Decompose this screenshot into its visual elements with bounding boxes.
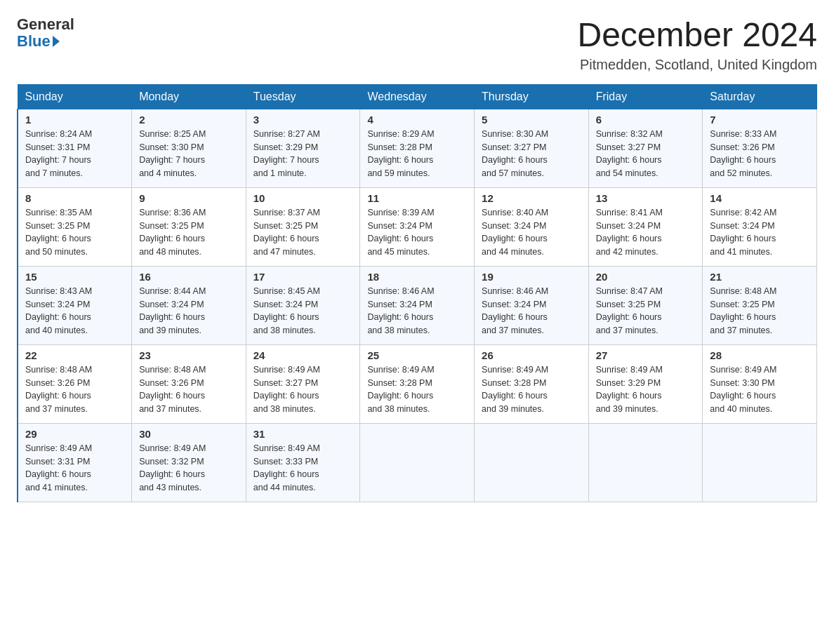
- day-cell: [360, 423, 475, 502]
- header-saturday: Saturday: [703, 84, 817, 109]
- day-number: 15: [25, 271, 124, 283]
- day-number: 19: [482, 271, 581, 283]
- day-cell: 31Sunrise: 8:49 AM Sunset: 3:33 PM Dayli…: [246, 423, 360, 502]
- location: Pitmedden, Scotland, United Kingdom: [577, 57, 817, 73]
- week-row-3: 15Sunrise: 8:43 AM Sunset: 3:24 PM Dayli…: [18, 266, 817, 344]
- month-title: December 2024: [577, 17, 817, 54]
- day-cell: 12Sunrise: 8:40 AM Sunset: 3:24 PM Dayli…: [475, 187, 589, 266]
- day-info: Sunrise: 8:42 AM Sunset: 3:24 PM Dayligh…: [710, 206, 809, 259]
- day-number: 3: [253, 114, 353, 126]
- day-info: Sunrise: 8:48 AM Sunset: 3:26 PM Dayligh…: [25, 363, 124, 416]
- day-info: Sunrise: 8:49 AM Sunset: 3:33 PM Dayligh…: [253, 442, 353, 495]
- day-cell: 23Sunrise: 8:48 AM Sunset: 3:26 PM Dayli…: [132, 344, 246, 423]
- day-cell: 28Sunrise: 8:49 AM Sunset: 3:30 PM Dayli…: [703, 344, 817, 423]
- day-number: 5: [482, 114, 581, 126]
- day-number: 21: [710, 271, 809, 283]
- day-cell: 29Sunrise: 8:49 AM Sunset: 3:31 PM Dayli…: [18, 423, 132, 502]
- day-info: Sunrise: 8:30 AM Sunset: 3:27 PM Dayligh…: [482, 128, 581, 180]
- day-info: Sunrise: 8:24 AM Sunset: 3:31 PM Dayligh…: [25, 128, 124, 180]
- day-info: Sunrise: 8:49 AM Sunset: 3:28 PM Dayligh…: [367, 363, 467, 416]
- logo-general-text: General: [17, 17, 74, 32]
- day-cell: 7Sunrise: 8:33 AM Sunset: 3:26 PM Daylig…: [703, 109, 817, 187]
- day-info: Sunrise: 8:44 AM Sunset: 3:24 PM Dayligh…: [139, 285, 239, 337]
- day-cell: 2Sunrise: 8:25 AM Sunset: 3:30 PM Daylig…: [132, 109, 246, 187]
- day-cell: 21Sunrise: 8:48 AM Sunset: 3:25 PM Dayli…: [703, 266, 817, 344]
- calendar-table: SundayMondayTuesdayWednesdayThursdayFrid…: [17, 84, 817, 502]
- day-cell: 14Sunrise: 8:42 AM Sunset: 3:24 PM Dayli…: [703, 187, 817, 266]
- day-cell: 13Sunrise: 8:41 AM Sunset: 3:24 PM Dayli…: [588, 187, 703, 266]
- day-number: 29: [25, 428, 124, 440]
- day-number: 13: [596, 192, 696, 204]
- day-number: 27: [596, 349, 696, 361]
- day-number: 26: [482, 349, 581, 361]
- day-info: Sunrise: 8:29 AM Sunset: 3:28 PM Dayligh…: [367, 128, 467, 180]
- day-info: Sunrise: 8:49 AM Sunset: 3:32 PM Dayligh…: [139, 442, 239, 495]
- header-friday: Friday: [588, 84, 703, 109]
- page-header: General Blue December 2024 Pitmedden, Sc…: [17, 17, 817, 73]
- calendar-header-row: SundayMondayTuesdayWednesdayThursdayFrid…: [18, 84, 817, 109]
- day-info: Sunrise: 8:27 AM Sunset: 3:29 PM Dayligh…: [253, 128, 353, 180]
- day-info: Sunrise: 8:43 AM Sunset: 3:24 PM Dayligh…: [25, 285, 124, 337]
- header-sunday: Sunday: [18, 84, 132, 109]
- day-cell: 19Sunrise: 8:46 AM Sunset: 3:24 PM Dayli…: [475, 266, 589, 344]
- day-cell: [703, 423, 817, 502]
- day-info: Sunrise: 8:49 AM Sunset: 3:27 PM Dayligh…: [253, 363, 353, 416]
- day-cell: 27Sunrise: 8:49 AM Sunset: 3:29 PM Dayli…: [588, 344, 703, 423]
- day-cell: 4Sunrise: 8:29 AM Sunset: 3:28 PM Daylig…: [360, 109, 475, 187]
- day-info: Sunrise: 8:49 AM Sunset: 3:29 PM Dayligh…: [596, 363, 696, 416]
- day-number: 2: [139, 114, 239, 126]
- day-number: 20: [596, 271, 696, 283]
- header-wednesday: Wednesday: [360, 84, 475, 109]
- day-info: Sunrise: 8:49 AM Sunset: 3:30 PM Dayligh…: [710, 363, 809, 416]
- day-cell: 18Sunrise: 8:46 AM Sunset: 3:24 PM Dayli…: [360, 266, 475, 344]
- day-cell: 17Sunrise: 8:45 AM Sunset: 3:24 PM Dayli…: [246, 266, 360, 344]
- day-cell: 16Sunrise: 8:44 AM Sunset: 3:24 PM Dayli…: [132, 266, 246, 344]
- week-row-5: 29Sunrise: 8:49 AM Sunset: 3:31 PM Dayli…: [18, 423, 817, 502]
- day-cell: 3Sunrise: 8:27 AM Sunset: 3:29 PM Daylig…: [246, 109, 360, 187]
- day-cell: 20Sunrise: 8:47 AM Sunset: 3:25 PM Dayli…: [588, 266, 703, 344]
- day-cell: 9Sunrise: 8:36 AM Sunset: 3:25 PM Daylig…: [132, 187, 246, 266]
- day-number: 16: [139, 271, 239, 283]
- day-info: Sunrise: 8:33 AM Sunset: 3:26 PM Dayligh…: [710, 128, 809, 180]
- logo: General Blue: [17, 17, 74, 51]
- title-block: December 2024 Pitmedden, Scotland, Unite…: [577, 17, 817, 73]
- header-tuesday: Tuesday: [246, 84, 360, 109]
- day-number: 24: [253, 349, 353, 361]
- day-info: Sunrise: 8:48 AM Sunset: 3:25 PM Dayligh…: [710, 285, 809, 337]
- day-info: Sunrise: 8:47 AM Sunset: 3:25 PM Dayligh…: [596, 285, 696, 337]
- day-number: 12: [482, 192, 581, 204]
- day-number: 22: [25, 349, 124, 361]
- day-number: 11: [367, 192, 467, 204]
- day-cell: 10Sunrise: 8:37 AM Sunset: 3:25 PM Dayli…: [246, 187, 360, 266]
- day-number: 23: [139, 349, 239, 361]
- day-info: Sunrise: 8:25 AM Sunset: 3:30 PM Dayligh…: [139, 128, 239, 180]
- day-info: Sunrise: 8:41 AM Sunset: 3:24 PM Dayligh…: [596, 206, 696, 259]
- day-cell: 6Sunrise: 8:32 AM Sunset: 3:27 PM Daylig…: [588, 109, 703, 187]
- day-info: Sunrise: 8:49 AM Sunset: 3:28 PM Dayligh…: [482, 363, 581, 416]
- day-cell: 15Sunrise: 8:43 AM Sunset: 3:24 PM Dayli…: [18, 266, 132, 344]
- day-number: 31: [253, 428, 353, 440]
- day-number: 7: [710, 114, 809, 126]
- day-info: Sunrise: 8:36 AM Sunset: 3:25 PM Dayligh…: [139, 206, 239, 259]
- day-info: Sunrise: 8:46 AM Sunset: 3:24 PM Dayligh…: [482, 285, 581, 337]
- day-number: 25: [367, 349, 467, 361]
- day-number: 1: [25, 114, 124, 126]
- day-cell: 24Sunrise: 8:49 AM Sunset: 3:27 PM Dayli…: [246, 344, 360, 423]
- day-info: Sunrise: 8:46 AM Sunset: 3:24 PM Dayligh…: [367, 285, 467, 337]
- day-info: Sunrise: 8:35 AM Sunset: 3:25 PM Dayligh…: [25, 206, 124, 259]
- day-number: 10: [253, 192, 353, 204]
- day-cell: 5Sunrise: 8:30 AM Sunset: 3:27 PM Daylig…: [475, 109, 589, 187]
- day-info: Sunrise: 8:40 AM Sunset: 3:24 PM Dayligh…: [482, 206, 581, 259]
- day-cell: 1Sunrise: 8:24 AM Sunset: 3:31 PM Daylig…: [18, 109, 132, 187]
- day-info: Sunrise: 8:37 AM Sunset: 3:25 PM Dayligh…: [253, 206, 353, 259]
- day-cell: 11Sunrise: 8:39 AM Sunset: 3:24 PM Dayli…: [360, 187, 475, 266]
- day-info: Sunrise: 8:49 AM Sunset: 3:31 PM Dayligh…: [25, 442, 124, 495]
- day-cell: [475, 423, 589, 502]
- day-cell: 25Sunrise: 8:49 AM Sunset: 3:28 PM Dayli…: [360, 344, 475, 423]
- week-row-1: 1Sunrise: 8:24 AM Sunset: 3:31 PM Daylig…: [18, 109, 817, 187]
- day-cell: 26Sunrise: 8:49 AM Sunset: 3:28 PM Dayli…: [475, 344, 589, 423]
- week-row-4: 22Sunrise: 8:48 AM Sunset: 3:26 PM Dayli…: [18, 344, 817, 423]
- logo-blue-text: Blue: [17, 32, 60, 51]
- week-row-2: 8Sunrise: 8:35 AM Sunset: 3:25 PM Daylig…: [18, 187, 817, 266]
- header-monday: Monday: [132, 84, 246, 109]
